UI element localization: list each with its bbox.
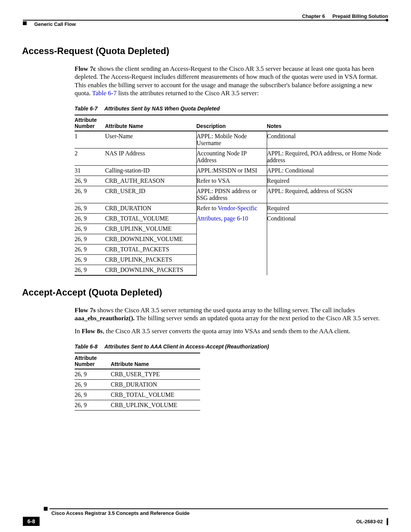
footer-square-icon — [44, 507, 48, 511]
table-row: 2 NAS IP Address Accounting Node IP Addr… — [75, 149, 388, 166]
section1-paragraph: Flow 7c shows the client sending an Acce… — [75, 65, 388, 97]
vsa-link-a[interactable]: Vendor-Specific — [218, 205, 257, 211]
header-rule-endcap — [386, 19, 388, 21]
col-description: Description — [196, 115, 267, 131]
doc-id-bar-icon — [387, 518, 388, 525]
table-row: 26, 9 CRB_UPLINK_VOLUME — [75, 400, 200, 410]
table-row: 26, 9 CRB_USER_ID APPL: PDSN address or … — [75, 186, 388, 203]
table-row: 26, 9 CRB_DURATION Refer to Vendor-Speci… — [75, 203, 388, 214]
table-6-7-link[interactable]: Table 6-7 — [92, 89, 116, 97]
doc-id: OL-2683-02 — [356, 519, 388, 524]
col-attr-number: Attribute Number — [75, 115, 105, 131]
footer-book-title: Cisco Access Registrar 3.5 Concepts and … — [51, 510, 190, 516]
table-row: 26, 9 CRB_DURATION — [75, 379, 200, 390]
page-number: 6-8 — [23, 517, 40, 526]
flow8s-label: Flow 8s — [81, 328, 102, 335]
table-header-row: Attribute Number Attribute Name Descript… — [75, 115, 388, 131]
table-6-7: Attribute Number Attribute Name Descript… — [75, 115, 388, 276]
header-section: Generic Call Flow — [34, 21, 76, 27]
flow7s-label: Flow 7s — [75, 307, 96, 314]
table-row: 26, 9 CRB_AUTH_REASON Refer to VSA Requi… — [75, 176, 388, 186]
vsa-link-b[interactable]: Attributes, page 6-10 — [197, 215, 249, 222]
section2-title: Accept-Accept (Quota Depleted) — [22, 287, 388, 298]
chapter-title: Prepaid Billing Solution — [332, 13, 388, 19]
table-6-7-caption: Table 6-7Attributes Sent by NAS When Quo… — [75, 105, 388, 112]
table-row: 31 Calling-station-ID APPL:MSISDN or IMS… — [75, 166, 388, 176]
flow7c-label: Flow 7c — [75, 65, 96, 72]
table-row: 26, 9 CRB_USER_TYPE — [75, 369, 200, 380]
col-attr-name: Attribute Name — [105, 115, 196, 131]
table-6-8: Attribute Number Attribute Name 26, 9 CR… — [75, 353, 200, 411]
col-attr-name: Attribute Name — [111, 353, 200, 369]
col-attr-number: Attribute Number — [75, 353, 111, 369]
section2-para1: Flow 7s shows the Cisco AR 3.5 server re… — [75, 306, 388, 323]
header-right: Chapter 6 Prepaid Billing Solution — [302, 13, 388, 19]
table-header-row: Attribute Number Attribute Name — [75, 353, 200, 369]
table-6-8-caption: Table 6-8Attributes Sent to AAA Client i… — [75, 343, 388, 350]
content: Access-Request (Quota Depleted) Flow 7c … — [22, 46, 388, 411]
footer-rule — [49, 508, 388, 509]
table-row: 26, 9 CRB_TOTAL_VOLUME — [75, 390, 200, 400]
table-row: 1 User-Name APPL: Mobile Node Username C… — [75, 131, 388, 149]
section2-para2: In Flow 8s, the Cisco AR 3.5 server conv… — [75, 327, 388, 335]
header-rule — [23, 20, 388, 21]
col-notes: Notes — [267, 115, 388, 131]
page: Chapter 6 Prepaid Billing Solution Gener… — [0, 0, 411, 532]
header-square-icon — [23, 21, 27, 25]
chapter-label: Chapter 6 — [302, 13, 325, 19]
section1-title: Access-Request (Quota Depleted) — [22, 46, 388, 56]
table-row: 26, 9 CRB_TOTAL_VOLUME Attributes, page … — [75, 214, 388, 224]
